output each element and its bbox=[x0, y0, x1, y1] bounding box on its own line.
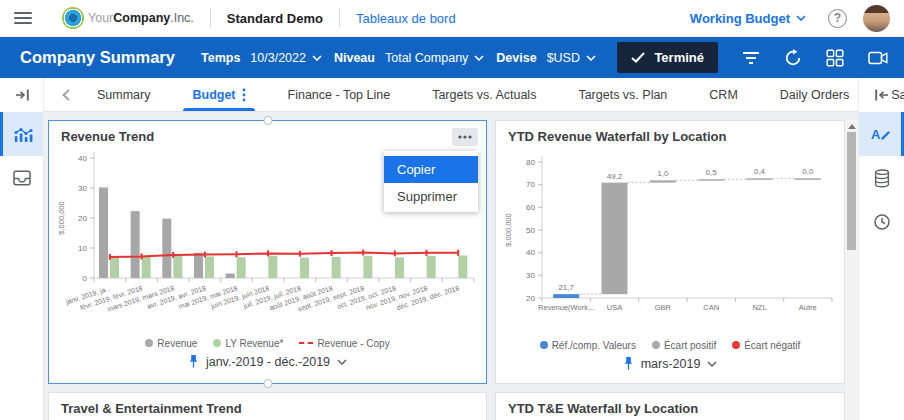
company-logo-icon bbox=[62, 7, 84, 29]
sidebar-item-format[interactable]: A bbox=[859, 112, 904, 156]
chevron-down-icon bbox=[796, 15, 806, 21]
help-icon[interactable]: ? bbox=[828, 9, 847, 28]
card-context-menu: CopierSupprimer bbox=[384, 151, 478, 212]
svg-text:80: 80 bbox=[526, 158, 535, 167]
svg-text:40: 40 bbox=[78, 154, 87, 163]
dashboards-link[interactable]: Tableaux de bord bbox=[356, 11, 456, 26]
tab-daily-orders[interactable]: Daily Orders bbox=[759, 78, 870, 111]
chevron-down-icon bbox=[586, 55, 596, 61]
workspace-name: Standard Demo bbox=[227, 11, 323, 26]
card-more-options-icon[interactable] bbox=[452, 128, 478, 146]
svg-text:20: 20 bbox=[526, 294, 535, 303]
chevron-down-icon bbox=[707, 361, 717, 367]
tab-targets-vs-actuals[interactable]: Targets vs. Actuals bbox=[411, 78, 557, 111]
period-selector[interactable]: janv.-2019 - déc.-2019 bbox=[49, 354, 486, 369]
tab-menu-dots-icon[interactable] bbox=[242, 88, 246, 102]
svg-text:40: 40 bbox=[526, 248, 535, 257]
tab-sales[interactable]: Sales bbox=[870, 78, 904, 111]
top-app-bar: YourCompany.Inc. Standard Demo Tableaux … bbox=[0, 0, 904, 37]
period-value: janv.-2019 - déc.-2019 bbox=[206, 355, 330, 369]
main-area: SummaryBudgetFinance - Top LineTargets v… bbox=[0, 78, 904, 420]
card-resize-handle[interactable] bbox=[263, 379, 272, 388]
hamburger-menu-icon[interactable] bbox=[14, 12, 32, 24]
sidebar-item-data[interactable] bbox=[859, 156, 904, 200]
svg-text:CAN: CAN bbox=[703, 303, 719, 312]
currency-filter-label: Devise bbox=[496, 51, 536, 65]
currency-filter-value[interactable]: $USD bbox=[547, 51, 596, 65]
svg-text:30: 30 bbox=[526, 271, 535, 280]
card-header: YTD Revenue Waterfall by Location bbox=[496, 121, 844, 146]
time-filter-value[interactable]: 10/3/2022 bbox=[250, 51, 322, 65]
card-title: Travel & Entertainment Trend bbox=[61, 401, 242, 416]
svg-text:30: 30 bbox=[78, 184, 87, 193]
legend-item: Revenue - Copy bbox=[299, 338, 389, 349]
budget-selector[interactable]: Working Budget bbox=[690, 11, 806, 26]
legend-item: Écart positif bbox=[652, 340, 716, 351]
divider bbox=[339, 8, 340, 28]
tab-finance-top-line[interactable]: Finance - Top Line bbox=[267, 78, 412, 111]
svg-text:21,7: 21,7 bbox=[558, 283, 574, 292]
legend-item: LY Revenue* bbox=[213, 338, 283, 349]
svg-text:NZL: NZL bbox=[752, 303, 766, 312]
chevron-down-icon bbox=[337, 359, 347, 365]
database-icon bbox=[874, 169, 890, 188]
menu-item-supprimer[interactable]: Supprimer bbox=[384, 183, 478, 210]
svg-text:0: 0 bbox=[83, 274, 88, 283]
svg-text:60: 60 bbox=[526, 203, 535, 212]
svg-text:10: 10 bbox=[78, 244, 87, 253]
tab-scroll-left-icon[interactable] bbox=[56, 89, 76, 101]
svg-text:49,2: 49,2 bbox=[607, 172, 623, 181]
page-title: Company Summary bbox=[20, 48, 175, 67]
svg-text:20: 20 bbox=[78, 214, 87, 223]
sidebar-item-analytics[interactable] bbox=[0, 112, 43, 156]
analytics-chart-icon bbox=[13, 124, 33, 144]
dashboard-tab-bar: SummaryBudgetFinance - Top LineTargets v… bbox=[44, 78, 858, 112]
sidebar-item-inbox[interactable] bbox=[0, 156, 43, 200]
tab-budget[interactable]: Budget bbox=[171, 78, 266, 111]
chevron-down-icon bbox=[312, 55, 322, 61]
time-filter-label: Temps bbox=[201, 51, 240, 65]
menu-item-copier[interactable]: Copier bbox=[384, 156, 478, 183]
inbox-icon bbox=[13, 170, 31, 186]
dashboard-content: Revenue Trend CopierSupprimer 010203040$… bbox=[44, 112, 858, 420]
video-camera-icon[interactable] bbox=[868, 51, 888, 65]
svg-text:$,000,000: $,000,000 bbox=[504, 213, 513, 246]
expand-panel-icon[interactable] bbox=[0, 78, 43, 112]
svg-text:0,5: 0,5 bbox=[706, 168, 718, 177]
check-icon bbox=[631, 52, 645, 63]
done-button[interactable]: Terminé bbox=[617, 42, 718, 73]
user-avatar[interactable] bbox=[863, 5, 890, 32]
card-title: Revenue Trend bbox=[61, 129, 154, 144]
sidebar-item-history[interactable] bbox=[859, 200, 904, 244]
tab-summary[interactable]: Summary bbox=[76, 78, 171, 111]
svg-text:Revenue(Work...: Revenue(Work... bbox=[538, 303, 594, 312]
refresh-icon[interactable] bbox=[784, 49, 802, 67]
tab-crm[interactable]: CRM bbox=[688, 78, 758, 111]
svg-text:70: 70 bbox=[526, 180, 535, 189]
filter-icon[interactable] bbox=[742, 51, 760, 65]
card-revenue-trend[interactable]: Revenue Trend CopierSupprimer 010203040$… bbox=[48, 120, 487, 384]
legend-item: Revenue bbox=[145, 338, 197, 349]
svg-text:A: A bbox=[871, 127, 881, 142]
apps-grid-icon[interactable] bbox=[826, 49, 844, 67]
card-grid: Revenue Trend CopierSupprimer 010203040$… bbox=[48, 120, 845, 420]
svg-text:GBR: GBR bbox=[655, 303, 672, 312]
tab-list: SummaryBudgetFinance - Top LineTargets v… bbox=[76, 78, 904, 111]
vertical-scrollbar[interactable] bbox=[845, 120, 858, 420]
scrollbar-thumb[interactable] bbox=[847, 132, 856, 250]
card-ytd-revenue-waterfall[interactable]: YTD Revenue Waterfall by Location 203040… bbox=[495, 120, 845, 384]
period-value: mars-2019 bbox=[641, 357, 701, 371]
clock-icon bbox=[873, 213, 891, 231]
center-column: SummaryBudgetFinance - Top LineTargets v… bbox=[44, 78, 858, 420]
company-logo-text: YourCompany.Inc. bbox=[88, 11, 194, 25]
level-filter-value[interactable]: Total Company bbox=[385, 51, 484, 65]
scroll-up-icon[interactable] bbox=[848, 124, 856, 129]
card-resize-handle[interactable] bbox=[263, 116, 272, 125]
card-title: YTD Revenue Waterfall by Location bbox=[508, 129, 726, 144]
dashboard-header-bar: Company Summary Temps 10/3/2022 Niveau T… bbox=[0, 37, 904, 78]
tab-targets-vs-plan[interactable]: Targets vs. Plan bbox=[557, 78, 688, 111]
card-travel-entertainment-trend[interactable]: Travel & Entertainment Trend bbox=[48, 392, 487, 420]
company-logo: YourCompany.Inc. bbox=[62, 7, 194, 29]
period-selector[interactable]: mars-2019 bbox=[496, 356, 844, 371]
card-ytd-te-waterfall[interactable]: YTD T&E Waterfall by Location bbox=[495, 392, 845, 420]
